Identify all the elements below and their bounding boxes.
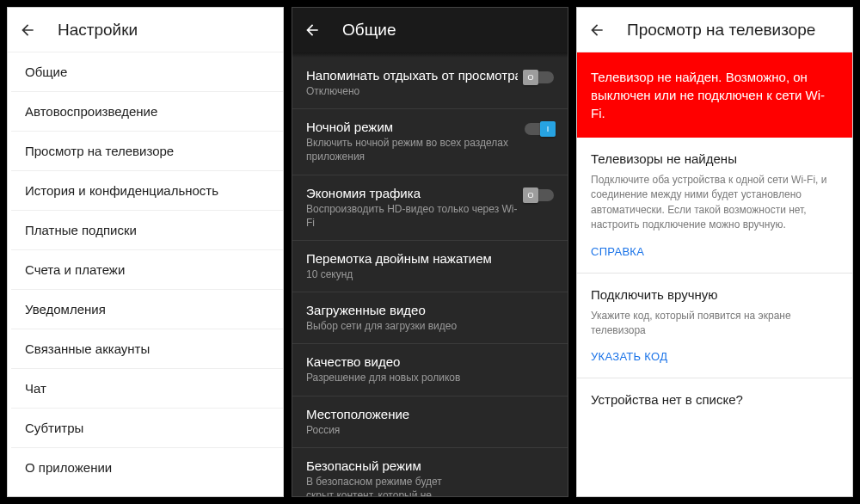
appbar: Общие [292, 8, 568, 52]
settings-item-general[interactable]: Общие [11, 52, 283, 92]
toggle[interactable]: O [525, 71, 554, 83]
toggle-knob: I [540, 121, 556, 137]
back-arrow-icon[interactable] [18, 21, 37, 40]
page-title: Настройки [58, 21, 138, 40]
row-data-saver[interactable]: Экономия трафика Воспроизводить HD-видео… [292, 175, 568, 241]
row-subtitle: Выбор сети для загрузки видео [306, 319, 554, 333]
row-title: Местоположение [306, 407, 554, 421]
section-device-missing[interactable]: Устройства нет в списке? [577, 378, 852, 421]
row-video-quality[interactable]: Качество видео Разрешение для новых роли… [292, 344, 568, 396]
row-double-tap-seek[interactable]: Перемотка двойным нажатием 10 секунд [292, 241, 568, 292]
settings-list: Общие Автовоспроизведение Просмотр на те… [8, 52, 283, 487]
general-list: Напоминать отдыхать от просмотра Отключе… [292, 58, 568, 497]
back-arrow-icon[interactable] [303, 21, 322, 40]
row-subtitle: 10 секунд [306, 267, 554, 281]
settings-item-tv[interactable]: Просмотр на телевизоре [11, 132, 283, 171]
settings-item-billing[interactable]: Счета и платежи [11, 250, 283, 290]
row-subtitle: Россия [306, 423, 554, 437]
screen-general: Общие Напоминать отдыхать от просмотра О… [292, 7, 568, 497]
row-subtitle: Включить ночной режим во всех разделах п… [306, 136, 518, 163]
row-title: Безопасный режим [306, 458, 518, 473]
row-title: Перемотка двойным нажатием [306, 251, 554, 266]
toggle[interactable]: O [525, 189, 554, 201]
row-location[interactable]: Местоположение Россия [292, 396, 568, 448]
row-title: Напоминать отдыхать от просмотра [306, 68, 518, 83]
settings-item-history[interactable]: История и конфиденциальность [11, 171, 283, 211]
row-dark-mode[interactable]: Ночной режим Включить ночной режим во вс… [292, 109, 568, 175]
error-banner: Телевизор не найден. Возможно, он выключ… [577, 52, 852, 138]
section-title: Телевизоры не найдены [591, 151, 838, 166]
row-downloads[interactable]: Загруженные видео Выбор сети для загрузк… [292, 292, 568, 344]
row-subtitle: Воспроизводить HD-видео только через Wi-… [306, 202, 518, 230]
row-remind-break[interactable]: Напоминать отдыхать от просмотра Отключе… [292, 58, 568, 109]
toggle[interactable]: I [525, 123, 554, 135]
row-safe-mode[interactable]: Безопасный режим В безопасном режиме буд… [292, 448, 568, 497]
toggle-knob: O [523, 187, 538, 203]
section-description: Подключите оба устройства к одной сети W… [591, 173, 838, 233]
row-subtitle: Отключено [306, 84, 518, 98]
row-title: Загруженные видео [306, 303, 554, 317]
section-no-tv-found: Телевизоры не найдены Подключите оба уст… [577, 138, 852, 274]
section-title: Подключить вручную [591, 287, 838, 302]
settings-item-accounts[interactable]: Связанные аккаунты [11, 329, 283, 369]
screen-settings: Настройки Общие Автовоспроизведение Прос… [7, 7, 284, 497]
section-manual-connect: Подключить вручную Укажите код, который … [577, 274, 852, 379]
help-link[interactable]: СПРАВКА [591, 245, 644, 258]
row-title: Качество видео [306, 354, 554, 369]
screen-tv: Просмотр на телевизоре Телевизор не найд… [576, 7, 853, 497]
toggle-knob: O [523, 70, 538, 85]
back-arrow-icon[interactable] [587, 21, 606, 40]
row-title: Экономия трафика [306, 186, 518, 200]
settings-item-autoplay[interactable]: Автовоспроизведение [11, 92, 283, 132]
settings-item-paid[interactable]: Платные подписки [11, 211, 283, 250]
row-title: Ночной режим [306, 120, 518, 134]
appbar: Настройки [8, 8, 283, 52]
settings-item-about[interactable]: О приложении [11, 448, 283, 487]
settings-item-notifications[interactable]: Уведомления [11, 290, 283, 329]
page-title: Просмотр на телевизоре [627, 21, 815, 40]
settings-item-subtitles[interactable]: Субтитры [11, 409, 283, 448]
row-subtitle: Разрешение для новых роликов [306, 371, 554, 384]
section-description: Укажите код, который появится на экране … [591, 309, 838, 339]
page-title: Общие [342, 21, 396, 40]
row-subtitle: В безопасном режиме будет скрыт контент,… [306, 475, 470, 497]
appbar: Просмотр на телевизоре [577, 8, 852, 52]
section-title: Устройства нет в списке? [591, 392, 838, 407]
enter-code-link[interactable]: УКАЗАТЬ КОД [591, 350, 667, 363]
settings-item-chat[interactable]: Чат [11, 369, 283, 409]
